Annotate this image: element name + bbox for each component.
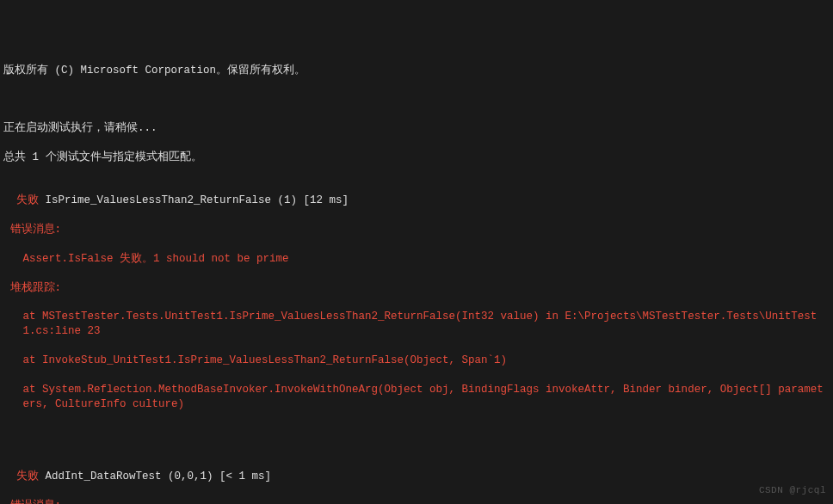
copyright-line: 版权所有 (C) Microsoft Corporation。保留所有权利。	[3, 64, 830, 78]
test-status: 失败	[16, 470, 39, 482]
stack-frame: at System.Reflection.MethodBaseInvoker.I…	[3, 383, 830, 412]
test-status: 失败	[16, 194, 39, 206]
test-header-0: 失败 IsPrime_ValuesLessThan2_ReturnFalse (…	[3, 194, 830, 208]
start-line-2: 总共 1 个测试文件与指定模式相匹配。	[3, 151, 830, 165]
blank-line	[3, 92, 830, 107]
stack-frame: at MSTestTester.Tests.UnitTest1.IsPrime_…	[3, 310, 830, 339]
stack-label: 堆栈跟踪:	[3, 281, 830, 296]
error-label: 错误消息:	[3, 223, 830, 237]
error-label: 错误消息:	[3, 499, 830, 504]
test-name: IsPrime_ValuesLessThan2_ReturnFalse (1) …	[46, 194, 349, 206]
start-line-1: 正在启动测试执行，请稍候...	[3, 121, 830, 136]
error-message: Assert.IsFalse 失败。1 should not be prime	[3, 252, 830, 267]
blank-line	[3, 426, 830, 440]
stack-frame: at InvokeStub_UnitTest1.IsPrime_ValuesLe…	[3, 353, 830, 368]
watermark: CSDN @rjcql	[759, 484, 826, 497]
test-name: AddInt_DataRowTest (0,0,1) [< 1 ms]	[46, 470, 272, 482]
test-header-1: 失败 AddInt_DataRowTest (0,0,1) [< 1 ms]	[3, 470, 830, 484]
